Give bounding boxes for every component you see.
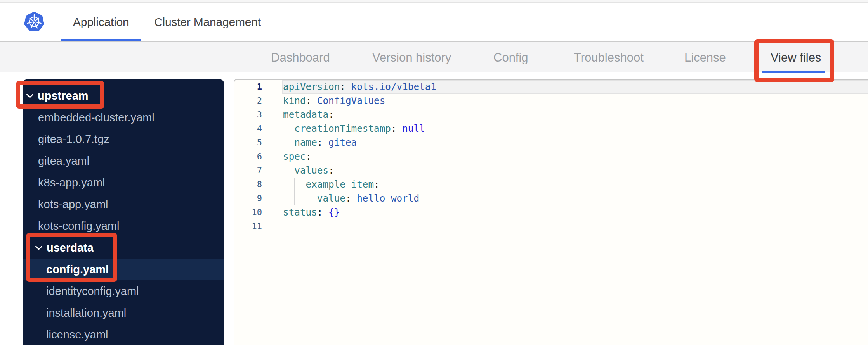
tree-item-label: userdata (47, 242, 94, 254)
tree-item-label: gitea-1.0.7.tgz (38, 133, 109, 146)
token-key: creationTimestamp (294, 123, 391, 134)
app-subnav: DashboardVersion historyConfigTroublesho… (0, 41, 868, 72)
subnav-tab-dashboard[interactable]: Dashboard (271, 43, 330, 72)
tree-file-license.yaml[interactable]: license.yaml (23, 324, 224, 345)
tree-item-label: config.yaml (46, 263, 109, 276)
token-key: kind (283, 95, 306, 106)
code-line-content: values: (283, 164, 334, 178)
token-kw: {} (328, 207, 340, 218)
subnav-tab-config[interactable]: Config (493, 43, 528, 72)
kubernetes-logo-icon (24, 11, 45, 32)
token-p (283, 165, 294, 176)
tree-file-installation.yaml[interactable]: installation.yaml (23, 302, 224, 324)
file-tree-sidebar: upstreamembedded-cluster.yamlgitea-1.0.7… (23, 79, 224, 345)
window-top-strip (0, 0, 868, 3)
code-line-6[interactable]: 6spec: (234, 150, 868, 164)
code-line-5[interactable]: 5 name: gitea (234, 136, 868, 150)
code-line-content: example_item: (283, 178, 380, 191)
token-p: : (317, 207, 328, 218)
tree-item-label: identityconfig.yaml (46, 285, 139, 298)
subnav-tab-view-files[interactable]: View files (771, 43, 821, 72)
token-key: apiVersion (283, 81, 340, 92)
code-line-content: apiVersion: kots.io/v1beta1 (283, 80, 436, 94)
token-val: hello world (357, 193, 419, 204)
token-val: kots.io/v1beta1 (351, 81, 436, 92)
token-p (283, 123, 294, 134)
tab-application-label: Application (73, 16, 129, 29)
code-line-content: metadata: (283, 108, 334, 122)
code-line-11[interactable]: 11 (234, 219, 868, 233)
token-key: value (317, 193, 345, 204)
token-key: metadata (283, 109, 328, 120)
code-line-10[interactable]: 10status: {} (234, 205, 868, 219)
yaml-code-editor[interactable]: 1apiVersion: kots.io/v1beta12kind: Confi… (234, 79, 868, 345)
tree-item-label: embedded-cluster.yaml (38, 111, 155, 124)
tab-cluster-management[interactable]: Cluster Management (154, 3, 261, 41)
token-key: spec (283, 151, 306, 162)
token-p (283, 179, 306, 190)
line-number: 3 (234, 108, 262, 122)
view-files-tab-underline (762, 71, 825, 73)
token-key: example_item (306, 179, 374, 190)
code-line-content: name: gitea (283, 136, 357, 150)
subnav-tab-troubleshoot[interactable]: Troubleshoot (574, 43, 644, 72)
line-number: 5 (234, 136, 262, 150)
tree-item-label: kots-config.yaml (38, 220, 120, 233)
tree-file-k8s-app.yaml[interactable]: k8s-app.yaml (23, 172, 224, 193)
chevron-wrap (35, 243, 47, 252)
line-number: 2 (234, 94, 262, 108)
code-line-4[interactable]: 4 creationTimestamp: null (234, 122, 868, 136)
token-p: : (328, 109, 334, 120)
token-p: : (306, 95, 317, 106)
tree-file-gitea.yaml[interactable]: gitea.yaml (23, 150, 224, 172)
tree-item-label: kots-app.yaml (38, 198, 108, 211)
code-line-9[interactable]: 9 value: hello world (234, 191, 868, 205)
line-number: 10 (234, 205, 262, 219)
tab-cluster-management-label: Cluster Management (154, 16, 261, 29)
token-key: status (283, 207, 317, 218)
tree-file-identityconfig.yaml[interactable]: identityconfig.yaml (23, 280, 224, 302)
token-p: : (328, 165, 334, 176)
line-number: 4 (234, 122, 262, 136)
tree-item-label: k8s-app.yaml (38, 176, 105, 189)
tree-file-kots-config.yaml[interactable]: kots-config.yaml (23, 215, 224, 237)
code-line-3[interactable]: 3metadata: (234, 108, 868, 122)
token-key: values (294, 165, 328, 176)
subnav-tab-license[interactable]: License (684, 43, 726, 72)
code-line-content: status: {} (283, 205, 340, 219)
tree-item-label: license.yaml (46, 328, 108, 341)
tree-file-gitea-1.0.7.tgz[interactable]: gitea-1.0.7.tgz (23, 128, 224, 150)
code-line-content: value: hello world (283, 191, 419, 205)
code-line-8[interactable]: 8 example_item: (234, 178, 868, 191)
app-header: Application Cluster Management (0, 3, 868, 41)
kots-admin-console: Application Cluster Management Dashboard… (0, 0, 868, 345)
code-line-7[interactable]: 7 values: (234, 164, 868, 178)
line-number: 7 (234, 164, 262, 178)
token-p: : (374, 179, 380, 190)
token-p: : (306, 151, 312, 162)
tree-file-config.yaml[interactable]: config.yaml (23, 259, 224, 280)
token-p (283, 193, 317, 204)
code-line-2[interactable]: 2kind: ConfigValues (234, 94, 868, 108)
line-number: 8 (234, 178, 262, 191)
tree-item-label: gitea.yaml (38, 155, 89, 167)
token-key: name (294, 137, 317, 148)
tree-dir-userdata[interactable]: userdata (23, 237, 224, 259)
tab-application[interactable]: Application (61, 3, 141, 41)
tree-file-kots-app.yaml[interactable]: kots-app.yaml (23, 193, 224, 215)
code-line-1[interactable]: 1apiVersion: kots.io/v1beta1 (234, 80, 868, 94)
token-p: : (317, 137, 328, 148)
line-number: 9 (234, 191, 262, 205)
token-val: gitea (328, 137, 357, 148)
token-val: ConfigValues (317, 95, 385, 106)
tree-file-embedded-cluster.yaml[interactable]: embedded-cluster.yaml (23, 107, 224, 128)
code-line-content: kind: ConfigValues (283, 94, 385, 108)
subnav-tab-version-history[interactable]: Version history (372, 43, 451, 72)
tree-dir-upstream[interactable]: upstream (23, 85, 224, 107)
token-kw: null (402, 123, 425, 134)
chevron-wrap (26, 91, 38, 100)
token-p (283, 137, 294, 148)
chevron-down-icon (26, 91, 34, 100)
tree-item-label: upstream (38, 90, 89, 102)
token-p: : (391, 123, 402, 134)
